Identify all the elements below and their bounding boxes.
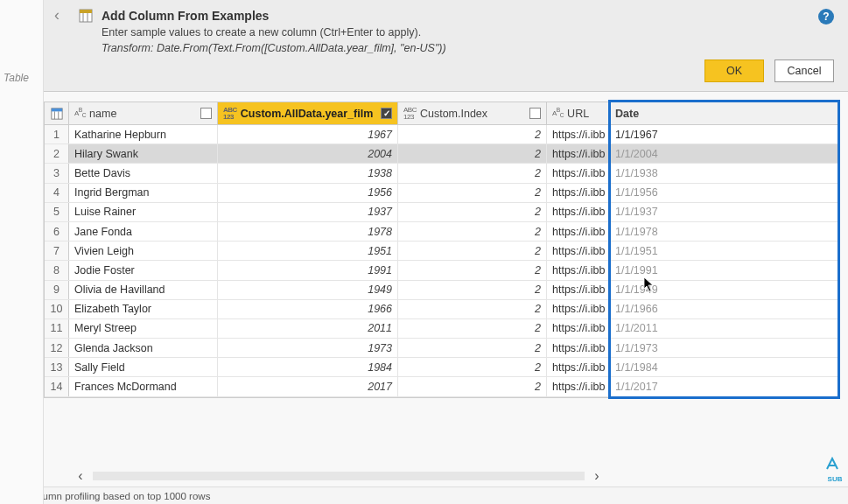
scroll-left-icon[interactable]: ‹ — [72, 468, 89, 484]
cell-index[interactable]: 2 — [398, 377, 547, 396]
cell-name[interactable]: Jodie Foster — [69, 261, 218, 279]
cell-index[interactable]: 2 — [398, 319, 547, 338]
cell-name[interactable]: Olivia de Havilland — [69, 281, 218, 299]
cell-year[interactable]: 1984 — [218, 358, 398, 376]
col-select-checkbox[interactable] — [200, 108, 212, 119]
cell-url[interactable]: https://i.ibb — [547, 339, 610, 357]
table-row[interactable]: 3Bette Davis19382https://i.ibb1/1/1938 — [45, 164, 839, 183]
select-all-corner[interactable] — [45, 102, 69, 124]
col-select-checkbox[interactable] — [381, 108, 392, 119]
help-icon[interactable]: ? — [818, 9, 834, 24]
cancel-button[interactable]: Cancel — [774, 60, 834, 82]
table-row[interactable]: 11Meryl Streep20112https://i.ibb1/1/2011 — [45, 319, 839, 339]
cell-index[interactable]: 2 — [398, 184, 547, 202]
table-row[interactable]: 12Glenda Jackson19732https://i.ibb1/1/19… — [45, 339, 839, 358]
col-header-year[interactable]: ABC123 Custom.AllData.year_film — [218, 102, 398, 124]
table-row[interactable]: 9Olivia de Havilland19492https://i.ibb1/… — [45, 281, 839, 300]
cell-new-date[interactable]: 1/1/1973 — [610, 339, 839, 357]
cell-name[interactable]: Sally Field — [69, 358, 218, 376]
cell-url[interactable]: https://i.ibb — [547, 377, 610, 396]
scroll-track[interactable] — [93, 472, 585, 480]
cell-index[interactable]: 2 — [398, 203, 547, 221]
horizontal-scrollbar[interactable]: ‹ › — [72, 469, 606, 483]
cell-name[interactable]: Frances McDormand — [69, 377, 218, 396]
table-row[interactable]: 14Frances McDormand20172https://i.ibb1/1… — [45, 377, 839, 396]
col-header-index[interactable]: ABC123 Custom.Index — [398, 102, 547, 124]
cell-new-date[interactable]: 1/1/1978 — [610, 222, 839, 241]
cell-url[interactable]: https://i.ibb — [547, 319, 610, 338]
cell-year[interactable]: 1938 — [218, 164, 398, 182]
cell-url[interactable]: https://i.ibb — [547, 358, 610, 376]
cell-year[interactable]: 1991 — [218, 261, 398, 279]
table-row[interactable]: 13Sally Field19842https://i.ibb1/1/1984 — [45, 358, 839, 377]
back-chevron-icon[interactable]: ‹ — [54, 9, 70, 24]
col-select-checkbox[interactable] — [529, 108, 541, 119]
cell-name[interactable]: Hilary Swank — [69, 144, 218, 163]
cell-name[interactable]: Ingrid Bergman — [69, 184, 218, 202]
table-row[interactable]: 5Luise Rainer19372https://i.ibb1/1/1937 — [45, 203, 839, 222]
scroll-right-icon[interactable]: › — [588, 468, 606, 484]
cell-index[interactable]: 2 — [398, 300, 547, 318]
cell-url[interactable]: https://i.ibb — [547, 125, 610, 144]
cell-year[interactable]: 1949 — [218, 281, 398, 299]
cell-url[interactable]: https://i.ibb — [547, 261, 610, 279]
cell-new-date[interactable]: 1/1/1966 — [610, 300, 839, 318]
data-grid[interactable]: ABC name ABC123 Custom.AllData.year_film… — [44, 102, 840, 398]
cell-index[interactable]: 2 — [398, 281, 547, 299]
cell-year[interactable]: 2011 — [218, 319, 398, 338]
table-row[interactable]: 4Ingrid Bergman19562https://i.ibb1/1/195… — [45, 184, 839, 203]
col-header-name[interactable]: ABC name — [69, 102, 218, 124]
cell-new-date[interactable]: 1/1/1951 — [610, 242, 839, 260]
table-row[interactable]: 8Jodie Foster19912https://i.ibb1/1/1991 — [45, 261, 839, 280]
cell-index[interactable]: 2 — [398, 339, 547, 357]
cell-index[interactable]: 2 — [398, 164, 547, 182]
ok-button[interactable]: OK — [704, 60, 764, 82]
cell-year[interactable]: 1951 — [218, 242, 398, 260]
cell-url[interactable]: https://i.ibb — [547, 242, 610, 260]
cell-name[interactable]: Elizabeth Taylor — [69, 300, 218, 318]
table-row[interactable]: 6Jane Fonda19782https://i.ibb1/1/1978 — [45, 222, 839, 242]
cell-index[interactable]: 2 — [398, 144, 547, 163]
cell-name[interactable]: Meryl Streep — [69, 319, 218, 338]
cell-index[interactable]: 2 — [398, 242, 547, 260]
cell-name[interactable]: Luise Rainer — [69, 203, 218, 221]
cell-index[interactable]: 2 — [398, 222, 547, 241]
cell-year[interactable]: 1967 — [218, 125, 398, 144]
col-header-url[interactable]: ABC URL — [547, 102, 610, 124]
cell-year[interactable]: 1966 — [218, 300, 398, 318]
table-row[interactable]: 10Elizabeth Taylor19662https://i.ibb1/1/… — [45, 300, 839, 319]
table-row[interactable]: 1Katharine Hepburn19672https://i.ibb1/1/… — [45, 125, 839, 144]
cell-new-date[interactable]: 1/1/2004 — [610, 144, 839, 163]
cell-year[interactable]: 1937 — [218, 203, 398, 221]
cell-index[interactable]: 2 — [398, 261, 547, 279]
cell-name[interactable]: Vivien Leigh — [69, 242, 218, 260]
cell-new-date[interactable]: 1/1/1967 — [610, 125, 839, 144]
cell-new-date[interactable]: 1/1/1984 — [610, 358, 839, 376]
table-row[interactable]: 2Hilary Swank20042https://i.ibb1/1/2004 — [45, 144, 839, 164]
cell-year[interactable]: 2004 — [218, 144, 398, 163]
cell-url[interactable]: https://i.ibb — [547, 281, 610, 299]
col-header-new-date[interactable]: Date — [610, 102, 839, 124]
cell-url[interactable]: https://i.ibb — [547, 164, 610, 182]
cell-name[interactable]: Glenda Jackson — [69, 339, 218, 357]
cell-url[interactable]: https://i.ibb — [547, 300, 610, 318]
cell-year[interactable]: 1956 — [218, 184, 398, 202]
cell-url[interactable]: https://i.ibb — [547, 222, 610, 241]
cell-new-date[interactable]: 1/1/2017 — [610, 377, 839, 396]
cell-name[interactable]: Bette Davis — [69, 164, 218, 182]
cell-name[interactable]: Jane Fonda — [69, 222, 218, 241]
cell-new-date[interactable]: 1/1/2011 — [610, 319, 839, 338]
cell-year[interactable]: 1973 — [218, 339, 398, 357]
cell-index[interactable]: 2 — [398, 358, 547, 376]
cell-url[interactable]: https://i.ibb — [547, 203, 610, 221]
table-row[interactable]: 7Vivien Leigh19512https://i.ibb1/1/1951 — [45, 242, 839, 261]
cell-new-date[interactable]: 1/1/1937 — [610, 203, 839, 221]
cell-new-date[interactable]: 1/1/1938 — [610, 164, 839, 182]
cell-url[interactable]: https://i.ibb — [547, 184, 610, 202]
cell-url[interactable]: https://i.ibb — [547, 144, 610, 163]
cell-name[interactable]: Katharine Hepburn — [69, 125, 218, 144]
cell-year[interactable]: 1978 — [218, 222, 398, 241]
cell-index[interactable]: 2 — [398, 125, 547, 144]
cell-year[interactable]: 2017 — [218, 377, 398, 396]
cell-new-date[interactable]: 1/1/1956 — [610, 184, 839, 202]
